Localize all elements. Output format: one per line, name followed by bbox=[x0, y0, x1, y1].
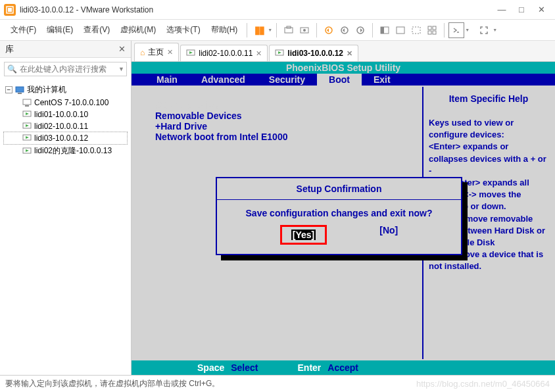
tree-root-label: 我的计算机 bbox=[27, 84, 66, 95]
vm-icon bbox=[186, 49, 195, 58]
console-dropdown[interactable]: ▼ bbox=[465, 28, 470, 32]
tree-item-centos[interactable]: CentOS 7-10.0.0.100 bbox=[4, 97, 127, 109]
boot-item-removable[interactable]: Removable Devices bbox=[146, 110, 409, 121]
vm-console[interactable]: PhoenixBIOS Setup Utility Main Advanced … bbox=[132, 62, 555, 375]
setup-confirmation-dialog: Setup Confirmation Save configuration ch… bbox=[216, 177, 462, 255]
search-icon: 🔍 bbox=[7, 64, 17, 74]
search-input[interactable] bbox=[20, 64, 118, 74]
boot-item-network[interactable]: Network boot from Intel E1000 bbox=[146, 132, 409, 142]
svg-rect-11 bbox=[397, 27, 404, 34]
minimize-button[interactable]: — bbox=[492, 2, 512, 18]
fullscreen-dropdown[interactable]: ▼ bbox=[493, 28, 497, 32]
footer-label-select: Select bbox=[231, 362, 258, 373]
tab-close-button[interactable]: ✕ bbox=[347, 49, 352, 58]
tree-item-lidi01[interactable]: lidi01-10.0.0.10 bbox=[4, 109, 127, 120]
vm-tree: − 我的计算机 CentOS 7-10.0.0.100 lidi01-10.0.… bbox=[0, 80, 131, 160]
search-dropdown[interactable]: ▼ bbox=[118, 66, 124, 72]
computer-icon bbox=[15, 86, 24, 95]
tab-close-button[interactable]: ✕ bbox=[167, 48, 173, 57]
yes-button-highlight: [Yes] bbox=[280, 225, 327, 245]
tab-bar: ⌂ 主页 ✕ lidi02-10.0.0.11 ✕ lidi03-10.0.0.… bbox=[132, 41, 555, 62]
menu-help[interactable]: 帮助(H) bbox=[206, 23, 243, 37]
maximize-button[interactable]: □ bbox=[512, 2, 531, 18]
bios-menu-security[interactable]: Security bbox=[257, 74, 317, 86]
fullscreen-button[interactable] bbox=[476, 22, 492, 38]
tab-close-button[interactable]: ✕ bbox=[256, 49, 262, 58]
menu-vm[interactable]: 虚拟机(M) bbox=[115, 23, 161, 37]
view-unity-button[interactable] bbox=[408, 22, 424, 38]
vm-icon bbox=[275, 49, 284, 58]
footer-key-space: Space bbox=[197, 362, 224, 373]
bios-menu-boot[interactable]: Boot bbox=[317, 74, 362, 86]
snapshot-manager-button[interactable] bbox=[297, 22, 312, 38]
no-button[interactable]: [No] bbox=[379, 225, 398, 245]
svg-rect-12 bbox=[412, 27, 420, 34]
tree-item-label: lidi02-10.0.0.11 bbox=[34, 122, 88, 131]
svg-rect-13 bbox=[428, 26, 431, 30]
tab-lidi02[interactable]: lidi02-10.0.0.11 ✕ bbox=[180, 45, 268, 61]
close-button[interactable]: ✕ bbox=[531, 2, 551, 18]
vm-icon bbox=[22, 98, 32, 107]
tree-item-label: lidi03-10.0.0.12 bbox=[34, 134, 88, 143]
menu-view[interactable]: 查看(V) bbox=[78, 23, 115, 37]
svg-rect-20 bbox=[25, 105, 29, 107]
sidebar-header: 库 ✕ bbox=[0, 41, 131, 58]
svg-rect-15 bbox=[428, 31, 431, 34]
footer-key-enter: Enter bbox=[298, 362, 322, 373]
bios-help-title: Item Specific Help bbox=[429, 93, 548, 104]
sidebar-close-button[interactable]: ✕ bbox=[118, 44, 126, 54]
console-button[interactable] bbox=[448, 22, 464, 38]
bios-menu-advanced[interactable]: Advanced bbox=[189, 74, 257, 86]
menu-file[interactable]: 文件(F) bbox=[5, 23, 41, 37]
vm-running-icon bbox=[22, 134, 32, 143]
manage-snapshot-button[interactable] bbox=[352, 22, 368, 38]
bios-menu-main[interactable]: Main bbox=[145, 74, 189, 86]
pause-dropdown[interactable]: ▼ bbox=[268, 28, 272, 32]
window-title: lidi03-10.0.0.12 - VMware Workstation bbox=[20, 5, 492, 14]
tree-item-lidi03[interactable]: lidi03-10.0.0.12 bbox=[4, 132, 127, 144]
yes-button[interactable]: [Yes] bbox=[291, 230, 316, 240]
svg-point-5 bbox=[303, 29, 306, 32]
view-console-button[interactable] bbox=[393, 22, 408, 38]
tree-item-lidi02[interactable]: lidi02-10.0.0.11 bbox=[4, 120, 127, 132]
take-snapshot-alt-button[interactable] bbox=[337, 22, 352, 38]
vm-running-icon bbox=[22, 110, 32, 119]
svg-rect-17 bbox=[16, 87, 24, 92]
tab-home[interactable]: ⌂ 主页 ✕ bbox=[134, 43, 179, 61]
tab-label: lidi03-10.0.0.12 bbox=[287, 49, 343, 58]
sidebar-title: 库 bbox=[5, 43, 118, 55]
menu-edit[interactable]: 编辑(E) bbox=[41, 23, 78, 37]
search-box[interactable]: 🔍 ▼ bbox=[4, 62, 127, 76]
tree-item-label: CentOS 7-10.0.0.100 bbox=[34, 98, 109, 107]
tab-lidi03[interactable]: lidi03-10.0.0.12 ✕ bbox=[269, 45, 358, 61]
bios-title: PhoenixBIOS Setup Utility bbox=[132, 62, 555, 74]
content-area: ⌂ 主页 ✕ lidi02-10.0.0.11 ✕ lidi03-10.0.0.… bbox=[132, 41, 555, 375]
status-bar: 要将输入定向到该虚拟机，请在虚拟机内部单击或按 Ctrl+G。 https://… bbox=[0, 375, 555, 392]
tree-item-label: lidi01-10.0.0.10 bbox=[34, 110, 88, 119]
revert-snapshot-button[interactable] bbox=[321, 22, 337, 38]
vm-running-icon bbox=[22, 122, 32, 131]
boot-item-cdrom[interactable]: CD-ROM Drive bbox=[146, 100, 409, 110]
boot-item-harddrive[interactable]: +Hard Drive bbox=[146, 121, 409, 132]
vmware-icon bbox=[4, 4, 16, 16]
sidebar: 库 ✕ 🔍 ▼ − 我的计算机 CentOS 7-10.0.0.100 lidi… bbox=[0, 41, 132, 375]
menu-bar: 文件(F) 编辑(E) 查看(V) 虚拟机(M) 选项卡(T) 帮助(H) ▮▮… bbox=[0, 20, 555, 41]
tree-item-lidi02-clone[interactable]: lidi02的克隆-10.0.0.13 bbox=[4, 144, 127, 158]
pause-button[interactable]: ▮▮ bbox=[251, 22, 267, 38]
bios-menu-exit[interactable]: Exit bbox=[362, 74, 402, 86]
menu-tabs[interactable]: 选项卡(T) bbox=[161, 23, 205, 37]
view-single-button[interactable] bbox=[377, 22, 393, 38]
status-text: 要将输入定向到该虚拟机，请在虚拟机内部单击或按 Ctrl+G。 bbox=[5, 378, 220, 389]
dialog-message: Save configuration changes and exit now? bbox=[217, 200, 461, 221]
svg-rect-14 bbox=[433, 26, 436, 30]
svg-rect-16 bbox=[433, 31, 436, 34]
dialog-title: Setup Confirmation bbox=[217, 178, 461, 200]
view-thumbnail-button[interactable] bbox=[424, 22, 440, 38]
svg-rect-1 bbox=[8, 8, 12, 12]
tree-root-my-computer[interactable]: − 我的计算机 bbox=[4, 83, 127, 97]
snapshot-button[interactable] bbox=[281, 22, 297, 38]
bios-menu-bar: Main Advanced Security Boot Exit bbox=[132, 74, 555, 86]
bios-footer: Space Select Enter Accept bbox=[132, 360, 555, 375]
collapse-icon[interactable]: − bbox=[5, 86, 12, 93]
watermark: https://blog.csdn.net/m0_46450664 bbox=[416, 379, 550, 389]
